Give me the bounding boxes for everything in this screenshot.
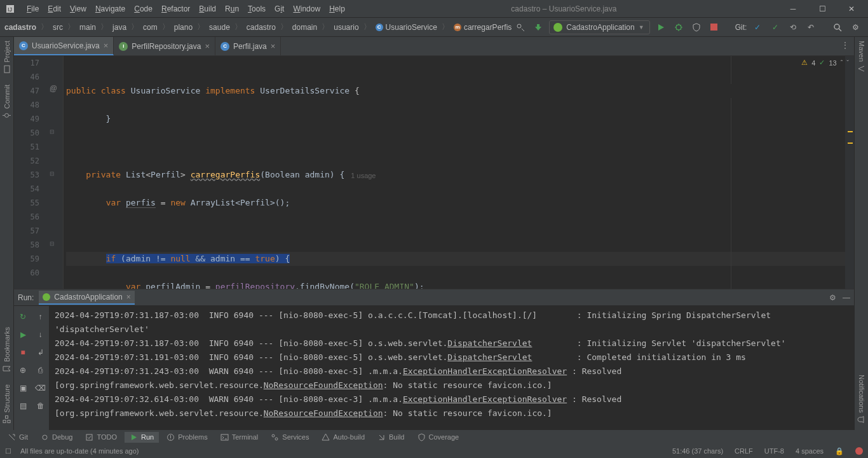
crumb-java[interactable]: java	[111, 22, 128, 33]
file-encoding[interactable]: UTF-8	[764, 447, 784, 455]
crumb-cadastro[interactable]: cadastro	[245, 22, 278, 33]
fold-gutter[interactable]: @ ⊟ ⊟ ⊟ ⊟	[46, 56, 64, 289]
git-history-icon[interactable]: ⟲	[786, 20, 800, 34]
git-commit-icon[interactable]: ✓	[768, 20, 782, 34]
code-with-me-icon[interactable]	[513, 20, 527, 34]
menu-view[interactable]: View	[66, 2, 90, 16]
stop-button[interactable]	[707, 20, 721, 34]
fold-close-icon[interactable]: ⊟	[50, 170, 55, 177]
menu-navigate[interactable]: Navigate	[92, 2, 129, 16]
inspection-stripe[interactable]: ⚠4 ✓13 ˆ ˇ	[845, 56, 854, 289]
menu-code[interactable]: Code	[130, 2, 156, 16]
process-indicator-icon[interactable]	[855, 447, 863, 455]
menu-build[interactable]: Build	[195, 2, 220, 16]
git-update-icon[interactable]: ✓	[750, 20, 764, 34]
indent-settings[interactable]: 4 spaces	[796, 447, 824, 455]
window-maximize[interactable]: ☐	[808, 0, 836, 17]
rail-maven[interactable]: Maven	[857, 41, 865, 73]
menu-edit[interactable]: Edit	[44, 2, 65, 16]
settings-icon[interactable]: ⚙	[848, 20, 862, 34]
trash-icon[interactable]: 🗑	[34, 399, 48, 413]
warning-icon[interactable]: ⚠	[801, 59, 808, 67]
health-icon[interactable]: ⊕	[16, 363, 30, 377]
caret-position[interactable]: 51:46 (37 chars)	[672, 447, 723, 455]
rail-project[interactable]: Project	[3, 41, 11, 73]
chevron-up-icon[interactable]: ˆ	[841, 59, 843, 67]
close-icon[interactable]: ×	[271, 41, 276, 51]
menu-tools[interactable]: Tools	[244, 2, 269, 16]
scroll-up-icon[interactable]: ↑	[34, 310, 48, 324]
readonly-lock-icon[interactable]: 🔒	[835, 447, 844, 455]
run-button[interactable]	[654, 20, 668, 34]
print-icon[interactable]: ⎙	[34, 363, 48, 377]
tab-usuarioservice[interactable]: C UsuarioService.java ×	[14, 37, 114, 55]
crumb-domain[interactable]: domain	[290, 22, 319, 33]
menu-help[interactable]: Help	[325, 2, 349, 16]
fold-open-icon[interactable]: ⊟	[50, 128, 55, 135]
tool-run[interactable]: Run	[125, 432, 159, 443]
crumb-plano[interactable]: plano	[172, 22, 194, 33]
crumb-com[interactable]: com	[141, 22, 159, 33]
tab-perfil[interactable]: C Perfil.java ×	[215, 37, 281, 55]
crumb-src[interactable]: src	[51, 22, 65, 33]
rail-commit[interactable]: Commit	[3, 85, 11, 120]
stop-icon[interactable]: ■	[16, 345, 30, 359]
gear-icon[interactable]: ⚙	[829, 293, 836, 302]
close-icon[interactable]: ×	[104, 41, 109, 50]
status-hide-icon[interactable]: ☐	[5, 447, 11, 455]
console-output[interactable]: 2024-04-29T19:07:31.187-03:00 INFO 6940 …	[50, 306, 854, 430]
menu-git[interactable]: Git	[271, 2, 288, 16]
tool-build[interactable]: Build	[372, 432, 409, 443]
menu-file[interactable]: FFileile	[23, 2, 43, 16]
tool-todo[interactable]: TODO	[80, 432, 122, 443]
capture-icon[interactable]: ▣	[16, 381, 30, 395]
menu-refactor[interactable]: Refactor	[158, 2, 194, 16]
debug-button[interactable]	[672, 20, 686, 34]
run-icon[interactable]: ▶	[16, 328, 30, 342]
rail-notifications[interactable]: Notifications	[857, 375, 865, 424]
rail-structure[interactable]: Structure	[3, 384, 11, 424]
crumb-class[interactable]: CUsuarioService	[374, 22, 439, 33]
window-minimize[interactable]: ─	[779, 0, 807, 17]
rail-bookmarks[interactable]: Bookmarks	[3, 327, 11, 373]
run-config-select[interactable]: CadastroApplication ▼	[549, 20, 649, 34]
tool-debug[interactable]: Debug	[36, 432, 78, 443]
layout-icon[interactable]: ▤	[16, 399, 30, 413]
fold-close-icon[interactable]: ⊟	[50, 240, 55, 247]
close-icon[interactable]: ×	[205, 41, 210, 51]
minimize-panel-icon[interactable]: —	[843, 293, 850, 302]
usage-hint[interactable]: 1 usage	[351, 169, 376, 183]
vcs-update-icon[interactable]	[531, 20, 545, 34]
tool-git[interactable]: Git	[3, 432, 33, 443]
search-everywhere-icon[interactable]	[831, 20, 844, 34]
clear-icon[interactable]: ⌫	[34, 381, 48, 395]
rerun-icon[interactable]: ↻	[16, 310, 30, 324]
run-tab[interactable]: CadastroApplication ×	[39, 291, 134, 305]
tool-coverage[interactable]: Coverage	[412, 432, 465, 443]
crumb-usuario[interactable]: usuario	[332, 22, 360, 33]
chevron-down-icon[interactable]: ˇ	[846, 59, 849, 67]
ok-check-icon[interactable]: ✓	[819, 59, 825, 67]
tool-terminal[interactable]: Terminal	[215, 432, 264, 443]
tool-autobuild[interactable]: Auto-build	[316, 432, 370, 443]
tool-services[interactable]: Services	[266, 432, 314, 443]
tool-problems[interactable]: Problems	[161, 432, 212, 443]
window-close[interactable]: ✕	[837, 0, 865, 17]
close-icon[interactable]: ×	[126, 293, 131, 302]
crumb-saude[interactable]: saude	[207, 22, 232, 33]
warning-mark[interactable]	[848, 131, 853, 132]
menu-window[interactable]: Window	[289, 2, 324, 16]
warning-mark[interactable]	[848, 142, 853, 144]
tab-perfilrepository[interactable]: I PerfilRepository.java ×	[114, 37, 215, 55]
crumb-method[interactable]: mcarregarPerfis	[452, 22, 513, 33]
coverage-button[interactable]	[689, 20, 703, 34]
soft-wrap-icon[interactable]: ↲	[34, 345, 48, 359]
tab-list-icon[interactable]: ⋮	[841, 41, 849, 50]
git-rollback-icon[interactable]: ↶	[804, 20, 818, 34]
menu-run[interactable]: Run	[221, 2, 243, 16]
line-separator[interactable]: CRLF	[735, 447, 753, 455]
crumb-main[interactable]: main	[78, 22, 98, 33]
code-content[interactable]: public class UsuarioService implements U…	[64, 56, 845, 289]
scroll-down-icon[interactable]: ↓	[34, 328, 48, 342]
code-editor[interactable]: 17 46 47 48 49 50 51 52 53 54 55 56 57 5…	[14, 56, 854, 289]
